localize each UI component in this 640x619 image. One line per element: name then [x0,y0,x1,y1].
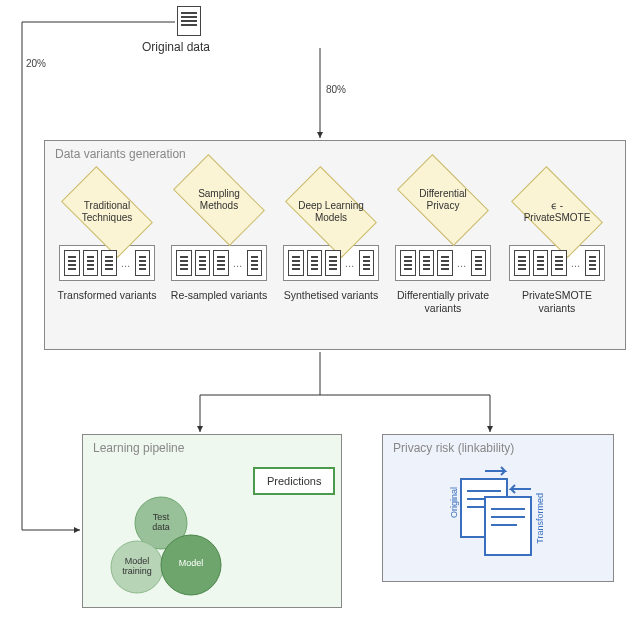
gear-model-training: Model training [115,557,159,577]
variant-col-deeplearning: Deep Learning Models … Synthetised varia… [281,187,381,317]
diamond-dp: Differential Privacy [397,154,489,246]
privacy-doc-original-label: Original [449,487,459,518]
predictions-box: Predictions [253,467,335,495]
doc-row-privatesmote: … [509,245,605,281]
doc-row-resampled: … [171,245,267,281]
variants-zone-title: Data variants generation [55,147,186,161]
variant-col-traditional: Traditional Techniques … Transformed var… [57,187,157,317]
variant-col-dp: Differential Privacy … Differentially pr… [393,175,493,317]
doc-row-transformed: … [59,245,155,281]
variant-col-sampling: Sampling Methods … Re-sampled variants [169,175,269,317]
variant-label-privatesmote: PrivateSMOTE variants [507,289,607,317]
original-data-icon [176,6,202,38]
variants-zone: Data variants generation Traditional Tec… [44,140,626,350]
variant-label-synth: Synthetised variants [284,289,379,317]
original-data-label: Original data [142,40,210,54]
doc-row-synth: … [283,245,379,281]
edge-label-80: 80% [326,84,346,95]
learning-zone: Learning pipeline Test data Model traini… [82,434,342,608]
variant-label-transformed: Transformed variants [58,289,157,317]
linkability-docs-icon [383,435,615,583]
diamond-sampling: Sampling Methods [173,154,265,246]
variant-label-resampled: Re-sampled variants [171,289,267,317]
privacy-doc-transformed-label: Transformed [535,493,545,544]
doc-row-dp: … [395,245,491,281]
gear-model: Model [173,559,209,569]
variant-label-dp: Differentially private variants [393,289,493,317]
gears-icon [83,435,343,609]
gear-test-data: Test data [143,513,179,533]
variant-col-privatesmote: ϵ - PrivateSMOTE … PrivateSMOTE variants [507,187,607,317]
edge-label-20: 20% [26,58,46,69]
privacy-zone: Privacy risk (linkability) Original Tran… [382,434,614,582]
